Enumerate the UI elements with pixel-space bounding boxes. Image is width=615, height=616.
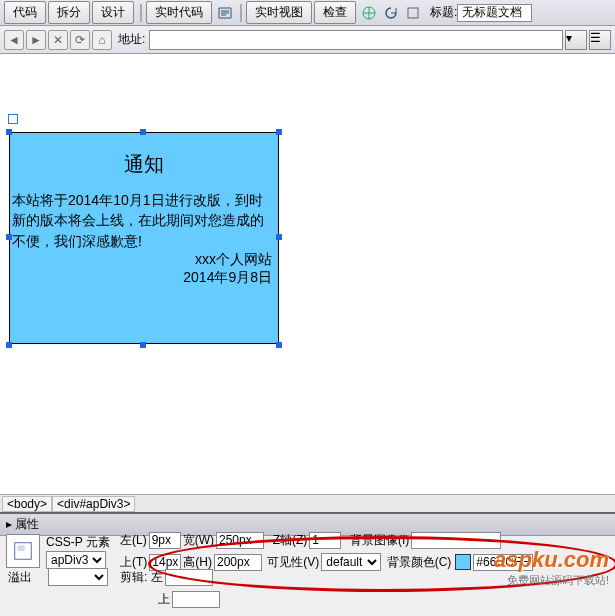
clip-left-input[interactable] [165, 569, 213, 586]
realtime-view-button[interactable]: 实时视图 [246, 1, 312, 24]
title-label: 标题: [430, 4, 457, 21]
notice-signature: xxx个人网站 [10, 251, 278, 269]
height-input[interactable] [214, 554, 262, 571]
bgcolor-label: 背景颜色(C) [387, 554, 452, 571]
vis-label: 可见性(V) [267, 554, 319, 571]
clip-top-label: 上 [158, 591, 170, 608]
realtime-code-button[interactable]: 实时代码 [146, 1, 212, 24]
bgimg-input[interactable] [411, 532, 501, 549]
ap-div-element[interactable]: 通知 本站将于2014年10月1日进行改版，到时新的版本将会上线，在此期间对您造… [9, 132, 279, 344]
notice-date: 2014年9月8日 [10, 269, 278, 287]
element-type-label: CSS-P 元素 [46, 534, 118, 551]
forward-button[interactable]: ► [26, 30, 46, 50]
overflow-select[interactable] [48, 568, 108, 586]
overflow-label: 溢出 [8, 569, 46, 586]
selection-handle[interactable] [6, 129, 12, 135]
svg-rect-1 [408, 8, 418, 18]
home-button[interactable]: ⌂ [92, 30, 112, 50]
tag-body[interactable]: <body> [2, 496, 52, 512]
separator [140, 4, 142, 22]
svg-rect-3 [18, 546, 25, 552]
z-input[interactable] [309, 532, 341, 549]
clip-top-input[interactable] [172, 591, 220, 608]
tab-code[interactable]: 代码 [4, 1, 46, 24]
selection-handle[interactable] [6, 342, 12, 348]
selection-handle[interactable] [276, 342, 282, 348]
element-id-select[interactable]: apDiv3 [46, 551, 106, 569]
inspect-button[interactable]: 检查 [314, 1, 356, 24]
left-input[interactable] [149, 532, 181, 549]
selection-handle[interactable] [140, 129, 146, 135]
selection-handle[interactable] [6, 234, 12, 240]
stop-button[interactable]: ✕ [48, 30, 68, 50]
refresh-icon[interactable] [383, 5, 399, 21]
selection-handle[interactable] [276, 129, 282, 135]
properties-panel: ▸ 属性 CSS-P 元素 apDiv3 左(L) 宽(W) Z轴(Z) [0, 512, 615, 616]
reload-button[interactable]: ⟳ [70, 30, 90, 50]
clip-label: 剪辑: [120, 569, 147, 586]
separator [240, 4, 242, 22]
left-label: 左(L) [120, 532, 147, 549]
width-label: 宽(W) [183, 532, 214, 549]
globe-icon[interactable] [361, 5, 377, 21]
z-label: Z轴(Z) [273, 532, 308, 549]
tag-selector-bar: <body><div#apDiv3> [0, 494, 615, 512]
address-input[interactable] [149, 30, 563, 50]
design-canvas[interactable]: 通知 本站将于2014年10月1日进行改版，到时新的版本将会上线，在此期间对您造… [0, 54, 615, 494]
back-button[interactable]: ◄ [4, 30, 24, 50]
anchor-icon [8, 114, 18, 124]
bgcolor-input[interactable] [473, 554, 533, 571]
selection-handle[interactable] [276, 234, 282, 240]
address-label: 地址: [118, 31, 145, 48]
element-type-icon [6, 534, 40, 568]
tag-div[interactable]: <div#apDiv3> [52, 496, 135, 512]
code-icon[interactable] [217, 5, 233, 21]
bgcolor-swatch[interactable] [455, 554, 471, 570]
main-toolbar: 代码 拆分 设计 实时代码 实时视图 检查 标题: [0, 0, 615, 26]
clip-left-label: 左 [151, 569, 163, 586]
list-button[interactable]: ☰ [589, 30, 611, 50]
address-dropdown[interactable]: ▾ [565, 30, 587, 50]
bgimg-label: 背景图像(I) [350, 532, 409, 549]
notice-body: 本站将于2014年10月1日进行改版，到时新的版本将会上线，在此期间对您造成的不… [10, 190, 278, 251]
address-toolbar: ◄ ► ✕ ⟳ ⌂ 地址: ▾ ☰ [0, 26, 615, 54]
tab-design[interactable]: 设计 [92, 1, 134, 24]
properties-title: 属性 [15, 517, 39, 531]
vis-select[interactable]: default [321, 553, 381, 571]
selection-handle[interactable] [140, 342, 146, 348]
tool-icon[interactable] [405, 5, 421, 21]
tab-split[interactable]: 拆分 [48, 1, 90, 24]
title-input[interactable] [457, 4, 532, 22]
notice-title: 通知 [10, 133, 278, 190]
width-input[interactable] [216, 532, 264, 549]
